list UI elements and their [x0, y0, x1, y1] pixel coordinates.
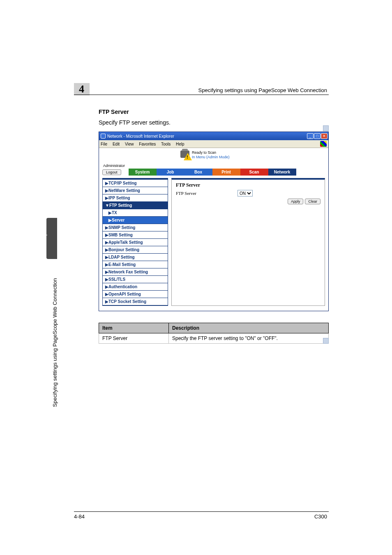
- admin-label: Administrator: [103, 164, 325, 168]
- table-header-item: Item: [99, 323, 169, 333]
- sidebar-item-server[interactable]: ▶Server: [103, 217, 168, 224]
- browser-window: Network - Microsoft Internet Explorer _ …: [99, 132, 329, 311]
- description-table: Item Description FTP Server Specify the …: [99, 323, 329, 344]
- menu-file[interactable]: File: [101, 142, 107, 146]
- tab-job[interactable]: Job: [157, 169, 184, 176]
- header-rule: [74, 95, 329, 95]
- sidebar-item-netfax[interactable]: ▶Network Fax Setting: [103, 268, 168, 276]
- table-cell-item: FTP Server: [99, 333, 169, 344]
- table-row: FTP Server Specify the FTP server settin…: [99, 333, 329, 344]
- content-area: FTP Server Specify FTP server settings. …: [99, 109, 329, 344]
- sidebar-item-snmp[interactable]: ▶SNMP Setting: [103, 224, 168, 231]
- menu-view[interactable]: View: [125, 142, 134, 146]
- table-header-description: Description: [169, 323, 329, 333]
- menu-items: File Edit View Favorites Tools Help: [101, 142, 189, 146]
- panel-title: FTP Server: [176, 182, 321, 188]
- settings-panel: FTP Server FTP Server ON Apply Clear: [171, 178, 325, 306]
- sidebar-item-ftp[interactable]: ▼FTP Setting: [103, 202, 168, 209]
- running-header: Specifying settings using PageScope Web …: [198, 87, 327, 93]
- section-title: FTP Server: [99, 109, 329, 115]
- footer-rule: [74, 511, 329, 512]
- menu-favorites[interactable]: Favorites: [139, 142, 156, 146]
- tab-system[interactable]: System: [129, 169, 157, 176]
- window-maximize-button[interactable]: □: [314, 133, 321, 139]
- window-close-button[interactable]: ✕: [321, 133, 327, 139]
- page-area: ! Ready to Scan In Menu (Admin Mode) Adm…: [99, 148, 328, 311]
- table-cell-desc: Specify the FTP server setting to "ON" o…: [169, 333, 329, 344]
- sidebar-item-openapi[interactable]: ▶OpenAPI Setting: [103, 291, 168, 298]
- scrollbar-up-icon[interactable]: [323, 125, 329, 131]
- apply-button[interactable]: Apply: [288, 199, 304, 204]
- chapter-tab-label: Chapter 4: [42, 234, 47, 245]
- browser-menubar: File Edit View Favorites Tools Help: [99, 140, 328, 148]
- sidebar-item-auth[interactable]: ▶Authentication: [103, 283, 168, 291]
- status-mode: In Menu (Admin Mode): [192, 155, 230, 160]
- sidebar-item-tcpsocket[interactable]: ▶TCP Socket Setting: [103, 298, 168, 305]
- logout-button[interactable]: Logout: [102, 169, 121, 175]
- menu-help[interactable]: Help: [176, 142, 184, 146]
- menu-edit[interactable]: Edit: [113, 142, 120, 146]
- sidebar-item-ipp[interactable]: ▶IPP Setting: [103, 194, 168, 202]
- ie-icon: [101, 134, 106, 139]
- sidebar-item-bonjour[interactable]: ▶Bonjour Setting: [103, 246, 168, 254]
- chapter-number: 4: [79, 83, 84, 95]
- section-description: Specify FTP server settings.: [99, 119, 329, 126]
- field-label-ftp-server: FTP Server: [176, 191, 238, 196]
- side-label-text: Specifying settings using PageScope Web …: [52, 278, 58, 407]
- sidebar-item-email[interactable]: ▶E-Mail Setting: [103, 261, 168, 268]
- sidebar: ▶TCP/IP Setting ▶NetWare Setting ▶IPP Se…: [102, 178, 168, 306]
- status-ready: Ready to Scan: [192, 150, 230, 155]
- footer-page-number: 4-84: [74, 513, 85, 520]
- scrollbar-down-icon[interactable]: [323, 338, 329, 344]
- tab-network[interactable]: Network: [268, 169, 296, 176]
- sidebar-item-netware[interactable]: ▶NetWare Setting: [103, 187, 168, 194]
- tab-print[interactable]: Print: [212, 169, 240, 176]
- sidebar-item-appletalk[interactable]: ▶AppleTalk Setting: [103, 239, 168, 246]
- clear-button[interactable]: Clear: [305, 199, 321, 204]
- sidebar-item-tcpip[interactable]: ▶TCP/IP Setting: [103, 180, 168, 187]
- sidebar-item-tx[interactable]: ▶TX: [103, 209, 168, 217]
- window-title: Network - Microsoft Internet Explorer: [107, 134, 174, 139]
- ie-throbber-icon: [320, 141, 327, 147]
- tabs-row: Logout System Job Box Print Scan Network: [102, 169, 325, 176]
- status-row: ! Ready to Scan In Menu (Admin Mode): [180, 150, 325, 160]
- side-label: Specifying settings using PageScope Web …: [49, 222, 59, 407]
- sidebar-item-ldap[interactable]: ▶LDAP Setting: [103, 254, 168, 261]
- sidebar-item-ssltls[interactable]: ▶SSL/TLS: [103, 276, 168, 283]
- window-minimize-button[interactable]: _: [307, 133, 314, 139]
- tab-box[interactable]: Box: [184, 169, 212, 176]
- chapter-number-box: 4: [74, 83, 90, 95]
- window-titlebar: Network - Microsoft Internet Explorer _ …: [99, 132, 328, 140]
- warning-icon: !: [184, 153, 192, 160]
- tab-scan[interactable]: Scan: [240, 169, 268, 176]
- menu-tools[interactable]: Tools: [161, 142, 171, 146]
- footer-model: C300: [314, 513, 327, 520]
- ftp-server-select[interactable]: ON: [238, 190, 253, 197]
- sidebar-item-smb[interactable]: ▶SMB Setting: [103, 231, 168, 239]
